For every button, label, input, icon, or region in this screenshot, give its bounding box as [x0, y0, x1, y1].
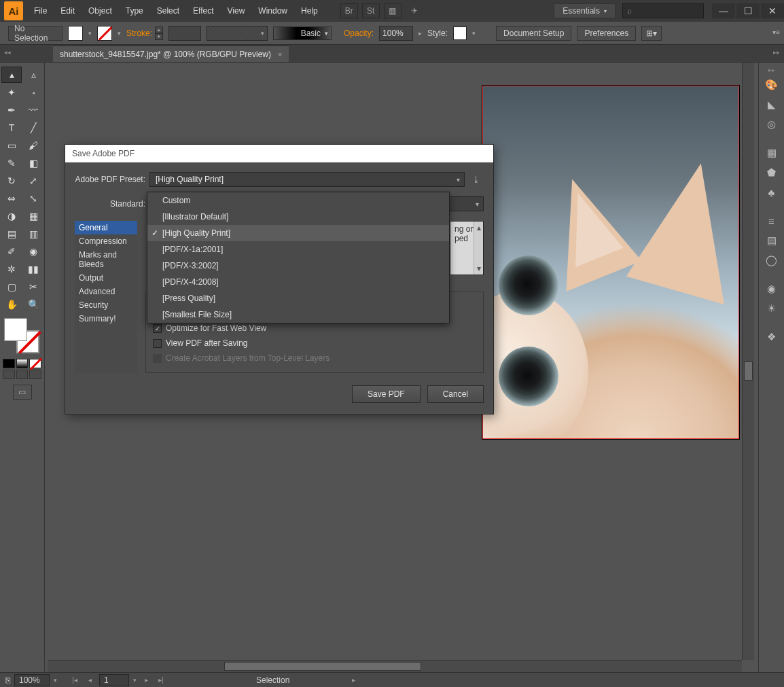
paintbrush-tool[interactable]: 🖌 [23, 137, 43, 154]
fill-swatch[interactable] [68, 26, 83, 41]
category-compression[interactable]: Compression [75, 234, 137, 248]
stroke-panel-icon[interactable]: ♣ [762, 183, 781, 201]
menu-file[interactable]: File [27, 0, 54, 22]
color-mode-gradient[interactable] [16, 359, 29, 368]
menu-select[interactable]: Select [150, 0, 186, 22]
transparency-panel-icon[interactable]: ▤ [762, 232, 781, 249]
menu-type[interactable]: Type [119, 0, 150, 22]
document-setup-button[interactable]: Document Setup [496, 26, 571, 41]
eraser-tool[interactable]: ◧ [23, 155, 43, 171]
zoom-tool[interactable]: 🔍 [23, 296, 43, 313]
variable-width-profile[interactable] [207, 26, 268, 41]
category-summary[interactable]: Summary! [75, 312, 137, 325]
status-menu-icon[interactable]: ▸ [348, 675, 359, 686]
symbols-panel-icon[interactable]: ⬟ [762, 164, 781, 181]
zoom-field[interactable]: 100% [14, 674, 50, 686]
last-artboard-icon[interactable]: ▸| [156, 675, 166, 686]
bridge-icon[interactable]: Br [340, 3, 358, 18]
preset-option-press[interactable]: [Press Quality] [147, 290, 449, 306]
libraries-panel-icon[interactable]: ◉ [762, 280, 781, 298]
preset-option-pdfx1a[interactable]: [PDF/X-1a:2001] [147, 241, 449, 258]
stroke-weight-field[interactable] [168, 26, 201, 41]
menu-window[interactable]: Window [251, 0, 294, 22]
preset-option-high-quality[interactable]: ✓[High Quality Print] [147, 225, 449, 241]
align-to-button[interactable]: ⊞▾ [641, 26, 662, 41]
minimize-button[interactable]: — [712, 3, 735, 18]
selection-tool[interactable]: ▴ [1, 67, 22, 83]
pencil-tool[interactable]: ✎ [1, 155, 22, 171]
menu-help[interactable]: Help [294, 0, 325, 22]
artboard-number-field[interactable]: 1 [99, 674, 129, 686]
close-button[interactable]: ✕ [761, 3, 784, 18]
scrollbar-thumb[interactable] [744, 362, 753, 381]
brushes-panel-icon[interactable]: ▦ [762, 144, 781, 162]
draw-inside[interactable] [29, 370, 41, 379]
screen-mode-button[interactable]: ▭ [13, 385, 32, 400]
shape-builder-tool[interactable]: ◑ [1, 208, 22, 224]
draw-normal[interactable] [3, 370, 15, 379]
stroke-swatch[interactable] [97, 26, 112, 41]
gradient-tool[interactable]: ▥ [23, 226, 43, 242]
swatches-panel-icon[interactable]: ◎ [762, 116, 781, 133]
close-tab-icon[interactable]: × [278, 50, 282, 58]
first-artboard-icon[interactable]: |◂ [69, 675, 80, 686]
direct-selection-tool[interactable]: ▵ [23, 67, 43, 83]
category-output[interactable]: Output [75, 271, 137, 285]
rail-expand-icon[interactable]: ▸▸ [759, 67, 784, 73]
scale-tool[interactable]: ⤢ [23, 173, 43, 189]
type-tool[interactable]: T [1, 120, 22, 136]
gradient-panel-icon[interactable]: ≡ [762, 212, 781, 230]
preset-option-smallest[interactable]: [Smallest File Size] [147, 306, 449, 323]
color-guide-icon[interactable]: ◣ [762, 96, 781, 113]
free-transform-tool[interactable]: ⤡ [23, 190, 43, 207]
document-tab[interactable]: shutterstock_94815547.jpg* @ 100% (RGB/G… [53, 46, 289, 62]
preset-option-pdfx3[interactable]: [PDF/X-3:2002] [147, 258, 449, 274]
lasso-tool[interactable]: ॰ [23, 84, 43, 101]
symbol-sprayer-tool[interactable]: ✲ [1, 261, 22, 277]
stroke-weight-stepper[interactable]: ▴▾ [155, 27, 163, 40]
color-panel-icon[interactable]: 🎨 [762, 76, 781, 94]
column-graph-tool[interactable]: ▮▮ [23, 261, 43, 277]
preferences-button[interactable]: Preferences [577, 26, 636, 41]
category-security[interactable]: Security [75, 298, 137, 312]
menu-edit[interactable]: Edit [54, 0, 82, 22]
category-general[interactable]: General [75, 221, 137, 234]
appearance-panel-icon[interactable]: ◯ [762, 251, 781, 269]
next-artboard-icon[interactable]: ▸ [141, 675, 152, 686]
rectangle-tool[interactable]: ▭ [1, 137, 22, 154]
opacity-field[interactable]: 100% [379, 26, 413, 41]
graphic-style-swatch[interactable] [453, 27, 467, 40]
workspace-switcher[interactable]: Essentials ▾ [554, 3, 616, 18]
menu-effect[interactable]: Effect [186, 0, 220, 22]
menu-view[interactable]: View [221, 0, 252, 22]
slice-tool[interactable]: ✂ [23, 279, 43, 295]
color-mode-none[interactable] [29, 359, 41, 368]
draw-behind[interactable] [16, 370, 29, 379]
category-advanced[interactable]: Advanced [75, 285, 137, 298]
scrollbar-thumb[interactable] [224, 662, 421, 671]
export-icon[interactable]: ⎘ [5, 675, 10, 685]
vertical-scrollbar[interactable] [742, 63, 754, 660]
controlbar-menu-icon[interactable]: ▾≡ [772, 29, 780, 36]
fill-stroke-control[interactable] [3, 317, 41, 355]
tabstrip-left-chevron-icon[interactable]: ◂◂ [4, 49, 11, 56]
artboard-tool[interactable]: ▢ [1, 279, 22, 295]
cancel-button[interactable]: Cancel [427, 385, 484, 403]
mesh-tool[interactable]: ▤ [1, 226, 22, 242]
line-tool[interactable]: ╱ [23, 120, 43, 136]
save-preset-icon[interactable]: ⭳ [469, 172, 484, 187]
layers-panel-icon[interactable]: ❖ [762, 328, 781, 346]
arrange-docs-icon[interactable]: ▦ [384, 3, 402, 18]
preset-select[interactable]: [High Quality Print] [149, 172, 465, 187]
menu-object[interactable]: Object [82, 0, 119, 22]
fill-box[interactable] [4, 318, 27, 341]
search-input[interactable]: ⌕ [622, 3, 704, 18]
prev-artboard-icon[interactable]: ◂ [84, 675, 95, 686]
blend-tool[interactable]: ◉ [23, 243, 43, 260]
eyedropper-tool[interactable]: ✐ [1, 243, 22, 260]
checkbox[interactable] [153, 339, 162, 348]
rotate-tool[interactable]: ↻ [1, 173, 22, 189]
maximize-button[interactable]: ☐ [736, 3, 760, 18]
pen-tool[interactable]: ✒ [1, 102, 22, 118]
preset-option-custom[interactable]: Custom [147, 192, 449, 209]
